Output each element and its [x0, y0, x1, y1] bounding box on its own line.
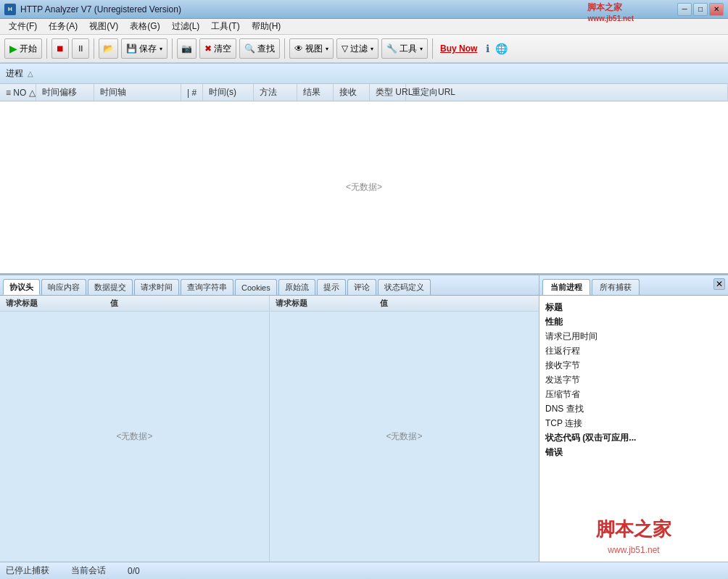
start-button[interactable]: ▶ 开始: [4, 38, 42, 59]
tab-req-time[interactable]: 请求时间: [134, 279, 179, 295]
prop-performance: 性能: [545, 316, 722, 328]
prop-compression: 压缩节省: [545, 388, 722, 401]
stop-button[interactable]: ⏹: [51, 38, 69, 59]
menu-table[interactable]: 表格(G): [124, 19, 165, 34]
tab-status-code[interactable]: 状态码定义: [378, 279, 431, 295]
detail-left-header: 请求标题 值: [0, 296, 269, 312]
col-recv: 接收: [334, 84, 370, 101]
toolbar: ▶ 开始 ⏹ ⏸ 📂 💾 保存 ▾ 📷 ✖ 清空 🔍 查找 👁 视图 ▾ ▽ 过…: [0, 35, 728, 64]
close-icon: ✕: [716, 279, 723, 289]
filter-arrow-icon: ▾: [371, 46, 373, 52]
col-no: ≡ NO △: [0, 84, 36, 101]
tab-comment[interactable]: 评论: [347, 279, 376, 295]
prop-req-time: 请求已用时间: [545, 330, 722, 343]
prop-title: 标题: [545, 301, 722, 314]
toolbar-sep-4: [284, 38, 285, 59]
menu-tools[interactable]: 工具(T): [205, 19, 245, 34]
detail-panel: 协议头 响应内容 数据提交 请求时间 查询字符串 Cookies 原始流 提示 …: [0, 275, 539, 562]
stop-icon: ⏹: [56, 43, 65, 54]
view-icon: 👁: [294, 43, 303, 54]
close-button[interactable]: ✕: [709, 3, 724, 16]
prop-roundtrip: 往返行程: [545, 345, 722, 357]
play-icon: ▶: [9, 43, 17, 54]
detail-right-label1: 请求标题: [276, 298, 307, 309]
session-label: 当前会话: [71, 565, 106, 577]
right-tab-current[interactable]: 当前进程: [542, 279, 590, 295]
table-empty-text: <无数据>: [346, 181, 382, 193]
bottom-panel: 协议头 响应内容 数据提交 请求时间 查询字符串 Cookies 原始流 提示 …: [0, 275, 728, 562]
right-panel-body: 标题 性能 请求已用时间 往返行程 接收字节 发送字节 压缩节省 DNS 查找: [539, 296, 728, 562]
prop-tcp: TCP 连接: [545, 417, 722, 430]
tab-query-string[interactable]: 查询字符串: [181, 279, 233, 295]
detail-right-header: 请求标题 值: [270, 296, 539, 312]
table-header: ≡ NO △ 时间偏移 时间轴 | # 时间(s) 方法 结果 接收 类型 UR…: [0, 84, 728, 101]
tools-icon: 🔧: [386, 43, 397, 54]
prop-send-bytes: 发送字节: [545, 374, 722, 386]
clear-button[interactable]: ✖ 清空: [199, 38, 236, 59]
menu-task[interactable]: 任务(A): [43, 19, 83, 34]
detail-left-label1: 请求标题: [6, 298, 38, 309]
right-tab-all[interactable]: 所有捕获: [592, 279, 640, 295]
filter-button[interactable]: ▽ 过滤 ▾: [336, 38, 379, 59]
tab-response[interactable]: 响应内容: [41, 279, 86, 295]
prop-error: 错误: [545, 446, 722, 459]
process-bar: 进程 △: [0, 64, 728, 84]
detail-right-empty: <无数据>: [386, 430, 422, 443]
col-timeline: 时间轴: [94, 84, 181, 101]
filter-icon: ▽: [342, 43, 348, 54]
right-panel-close-button[interactable]: ✕: [713, 278, 725, 290]
detail-left-col: 请求标题 值 <无数据>: [0, 296, 270, 562]
open-icon: 📂: [103, 43, 114, 54]
info-icon[interactable]: ℹ: [486, 43, 489, 54]
col-hash: | #: [181, 84, 203, 101]
clear-icon: ✖: [204, 43, 212, 54]
col-method: 方法: [254, 84, 297, 101]
tab-data-submit[interactable]: 数据提交: [88, 279, 133, 295]
tools-arrow-icon: ▾: [420, 46, 423, 52]
process-sort-icon[interactable]: △: [28, 70, 33, 78]
right-watermark: 脚本之家 www.jb51.net: [545, 502, 722, 562]
menu-view[interactable]: 视图(V): [83, 19, 124, 34]
tab-raw[interactable]: 原始流: [278, 279, 315, 295]
menu-file[interactable]: 文件(F): [3, 19, 43, 34]
tab-hint[interactable]: 提示: [317, 279, 346, 295]
toolbar-sep-2: [94, 38, 94, 59]
app-icon: H: [4, 4, 16, 15]
tools-button[interactable]: 🔧 工具 ▾: [381, 38, 428, 59]
title-bar: H HTTP Analyzer V7 (Unregistered Version…: [0, 0, 728, 19]
col-type: 类型 URL: [370, 84, 406, 101]
detail-left-body: <无数据>: [0, 312, 269, 562]
menu-filter[interactable]: 过滤(L): [166, 19, 206, 34]
menu-help[interactable]: 帮助(H): [246, 19, 287, 34]
col-time-offset: 时间偏移: [36, 84, 94, 101]
screenshot-icon: 📷: [181, 43, 192, 54]
maximize-button[interactable]: □: [693, 3, 708, 16]
table-body: <无数据>: [0, 101, 728, 273]
status-text: 已停止捕获: [6, 565, 49, 577]
search-button[interactable]: 🔍 查找: [239, 38, 280, 59]
tab-protocol[interactable]: 协议头: [3, 279, 40, 295]
screenshot-button[interactable]: 📷: [177, 38, 197, 59]
pause-button[interactable]: ⏸: [72, 38, 89, 59]
minimize-button[interactable]: ─: [677, 3, 692, 16]
globe-icon[interactable]: 🌐: [495, 43, 508, 54]
right-panel-tab-bar: 当前进程 所有捕获 ✕: [539, 275, 728, 296]
open-button[interactable]: 📂: [99, 38, 118, 59]
watermark-big: 脚本之家: [553, 517, 715, 542]
toolbar-sep-1: [46, 38, 47, 59]
col-time-s: 时间(s): [203, 84, 254, 101]
app-title: HTTP Analyzer V7 (Unregistered Version): [20, 4, 181, 14]
window-controls: ─ □ ✕: [677, 3, 724, 16]
process-label: 进程: [6, 67, 23, 80]
main-table-area: ≡ NO △ 时间偏移 时间轴 | # 时间(s) 方法 结果 接收 类型 UR…: [0, 84, 728, 275]
toolbar-sep-5: [432, 38, 433, 59]
buy-now-button[interactable]: Buy Now: [437, 43, 480, 54]
status-bar: 已停止捕获 当前会话 0/0: [0, 562, 728, 579]
save-button[interactable]: 💾 保存 ▾: [121, 38, 167, 59]
view-button[interactable]: 👁 视图 ▾: [289, 38, 334, 59]
detail-right-body: <无数据>: [270, 312, 539, 562]
detail-left-label2: 值: [110, 298, 118, 309]
detail-right-col: 请求标题 值 <无数据>: [270, 296, 539, 562]
save-arrow-icon: ▾: [160, 46, 162, 52]
tab-cookies[interactable]: Cookies: [235, 279, 277, 295]
